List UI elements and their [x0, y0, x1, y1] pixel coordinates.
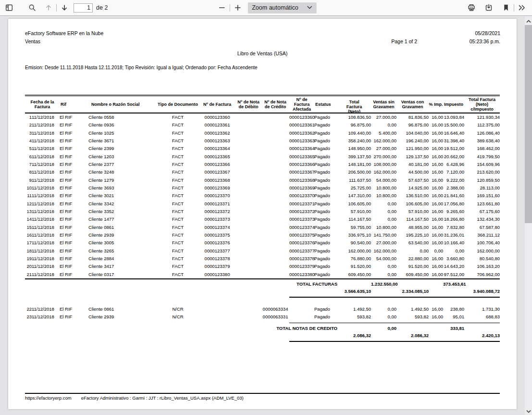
- next-page-button[interactable]: [58, 1, 71, 14]
- cell-ventas_sin: 108.000,00: [371, 161, 396, 168]
- sidebar-toggle-icon: [5, 4, 13, 12]
- cell-ventas_sin: 54.000,00: [371, 255, 396, 263]
- cell-total_neto: 162.000,00: [337, 247, 371, 255]
- cell-tipo: FACT: [157, 271, 199, 279]
- cell-impuesto: 16.646,40: [443, 129, 464, 137]
- cell-ventas_sin: 0,00: [371, 271, 396, 279]
- page-count-label: de 2: [96, 4, 108, 11]
- cell-fecha: 11/12/2018: [32, 184, 60, 192]
- cell-fecha: 11/12/2018: [32, 305, 60, 313]
- cell-tipo: FACT: [157, 208, 199, 215]
- cell-factura: 0000123361: [199, 121, 235, 129]
- cell-total_neto: 609.450,00: [337, 271, 371, 279]
- cell-nota_credito: [261, 176, 289, 184]
- cell-num: 3: [25, 129, 32, 137]
- invoice-row: 111/12/2018El RIFCliente 0558FACT0000123…: [25, 113, 500, 121]
- print-button[interactable]: [465, 1, 478, 14]
- report-title: Libro de Ventas (USA): [8, 50, 517, 56]
- cell-ventas_con: 129.137,50: [396, 153, 429, 161]
- cell-imp: 16,00: [429, 313, 443, 321]
- cell-estatus: Pagado: [314, 247, 337, 255]
- sidebar-toggle-button[interactable]: [3, 1, 15, 14]
- cell-nombre: Cliente 3021: [88, 192, 157, 200]
- cell-total_neto: 336.975,10: [337, 231, 371, 239]
- cell-total_neto: 111.637,50: [337, 176, 371, 184]
- cell-factura: 0000123366: [199, 161, 235, 168]
- cell-ventas_con: 136.510,00: [396, 192, 429, 200]
- bookmark-button[interactable]: [500, 1, 512, 14]
- cell-estatus: Pagado: [314, 215, 337, 223]
- cell-total_con: 120.859,50: [464, 176, 500, 184]
- scroll-down-button[interactable]: [525, 407, 532, 415]
- cell-ventas_con: 114.167,50: [396, 215, 429, 223]
- pdf-viewer-area: eFactory Software ERP en la Nube Ventas …: [0, 16, 532, 415]
- cell-imp: 16,00: [429, 224, 443, 231]
- cell-num: 11: [25, 192, 32, 200]
- cell-nota_credito: [261, 145, 289, 152]
- cell-num: 5: [25, 145, 32, 152]
- find-button[interactable]: [26, 1, 38, 14]
- cell-factura_afectada: 0000123377: [289, 247, 314, 255]
- cell-rif: El RIF: [60, 200, 88, 208]
- zoom-select[interactable]: Zoom automático: [247, 2, 317, 13]
- cell-fecha: 11/12/2018: [32, 255, 60, 263]
- cell-ventas_con: 106.605,00: [396, 200, 429, 208]
- previous-page-button[interactable]: [42, 1, 55, 14]
- scrollbar-thumb[interactable]: [525, 25, 532, 223]
- invoice-row: 1811/12/2018El RIFCliente 3265FACT000012…: [25, 247, 500, 255]
- cell-impuesto: 7.120,00: [443, 168, 464, 176]
- scroll-up-button[interactable]: [525, 17, 532, 25]
- chevron-up-icon: [526, 16, 531, 25]
- cell-tipo: FACT: [157, 239, 199, 247]
- invoice-row: 911/12/2018El RIFCliente 1279FACT0000123…: [25, 176, 500, 184]
- vertical-scrollbar[interactable]: [525, 16, 532, 415]
- cell-ventas_con: 1.492,50: [396, 305, 429, 313]
- col-header-estatus: Estatus: [314, 96, 337, 113]
- cell-ventas_con: 196.240,00: [396, 137, 429, 145]
- col-header-total-con-impuesto: Total Factura (Neto) c/Impuesto: [464, 96, 500, 113]
- total-notas-ventas-con: 2.086,32: [396, 332, 429, 340]
- footer-url: https://efactoryerp.com: [25, 395, 72, 401]
- cell-nombre: Cliente 0317: [88, 271, 157, 279]
- cell-imp: 0,00: [429, 247, 443, 255]
- cell-factura_afectada: [289, 305, 314, 313]
- cell-factura_afectada: 0000123369: [289, 184, 314, 192]
- cell-ventas_sin: 5.400,00: [371, 129, 396, 137]
- cell-nota_debito: [235, 231, 261, 239]
- cell-factura_afectada: 0000123371: [289, 200, 314, 208]
- cell-nota_debito: [235, 224, 261, 231]
- secondary-toolbar-toggle-button[interactable]: [516, 1, 528, 14]
- cell-tipo: FACT: [157, 215, 199, 223]
- col-header-nombre: Nombre o Razón Social: [88, 96, 157, 113]
- cell-rif: El RIF: [60, 176, 88, 184]
- invoice-row: 1311/12/2018El RIFCliente 3352FACT000012…: [25, 208, 500, 215]
- cell-imp: 16,00: [429, 271, 443, 279]
- printer-icon: [468, 4, 475, 12]
- cell-ventas_sin: 27.000,00: [371, 239, 396, 247]
- cell-imp: 16,00: [429, 305, 443, 313]
- cell-rif: El RIF: [60, 137, 88, 145]
- cell-ventas_sin: 162.000,00: [371, 247, 396, 255]
- total-notas-row-1: TOTAL NOTAS DE CREDITO 0,00 333,81: [25, 325, 500, 332]
- cell-factura: [199, 313, 235, 321]
- cell-estatus: Pagado: [314, 129, 337, 137]
- cell-total_neto: 91.520,00: [337, 263, 371, 270]
- cell-rif: El RIF: [60, 145, 88, 152]
- cell-num: 13: [25, 208, 32, 215]
- cell-impuesto: 15.500,00: [443, 121, 464, 129]
- zoom-out-button[interactable]: [215, 1, 228, 14]
- zoom-in-button[interactable]: [231, 1, 244, 14]
- cell-nombre: Cliente 3248: [88, 168, 157, 176]
- cell-imp: 16,00: [429, 153, 443, 161]
- col-header-total-neto: Total Factura (Neto): [337, 96, 371, 113]
- pdf-page: eFactory Software ERP en la Nube Ventas …: [8, 19, 517, 409]
- cell-ventas_sin: 0,00: [371, 208, 396, 215]
- download-button[interactable]: [483, 1, 495, 14]
- cell-factura: 0000123375: [199, 231, 235, 239]
- page-number-input[interactable]: [74, 3, 93, 13]
- cell-total_neto: 593,82: [337, 313, 371, 321]
- cell-ventas_sin: 162.000,00: [371, 168, 396, 176]
- cell-rif: El RIF: [60, 231, 88, 239]
- cell-num: 6: [25, 153, 32, 161]
- cell-nota_credito: [261, 224, 289, 231]
